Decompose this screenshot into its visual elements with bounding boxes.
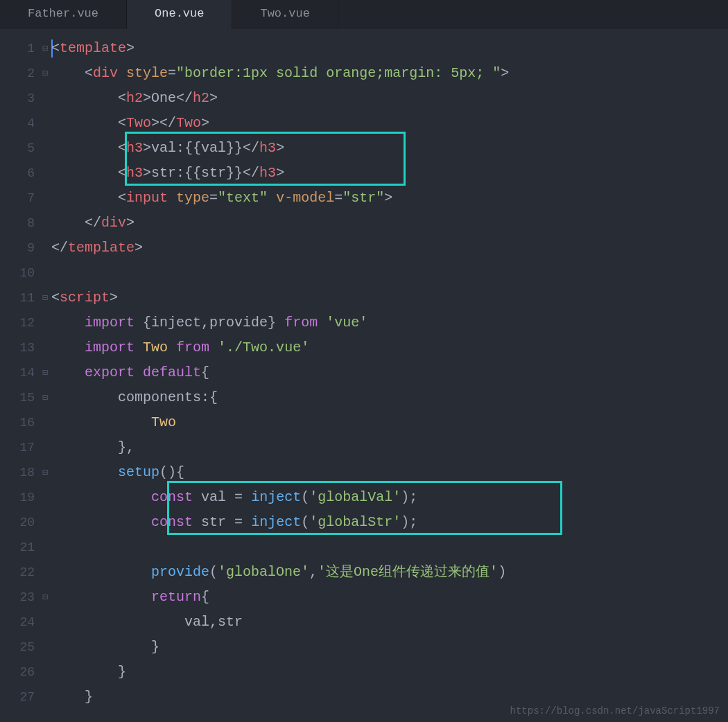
code-line: setup(){: [51, 460, 728, 485]
code-line: }: [51, 660, 728, 685]
code-line: Two: [51, 410, 728, 435]
code-line: const str = inject('globalStr');: [51, 510, 728, 535]
watermark-text: https://blog.csdn.net/javaScript1997: [510, 705, 720, 716]
code-area[interactable]: <template> <div style="border:1px solid …: [51, 29, 728, 710]
tab-father[interactable]: Father.vue: [0, 0, 127, 29]
code-line: export default{: [51, 360, 728, 385]
code-line: }: [51, 635, 728, 660]
code-editor[interactable]: 1 2 3 4 5 6 7 8 9 10 11 12 13 14 15 16 1…: [0, 29, 728, 710]
tab-bar: Father.vue One.vue Two.vue: [0, 0, 728, 29]
tab-two[interactable]: Two.vue: [232, 0, 338, 29]
fold-icon[interactable]: ⊟: [39, 385, 51, 410]
code-line: import {inject,provide} from 'vue': [51, 310, 728, 335]
code-line: return{: [51, 585, 728, 610]
code-line: const val = inject('globalVal');: [51, 485, 728, 510]
code-line: <input type="text" v-model="str">: [51, 186, 728, 211]
code-line: },: [51, 435, 728, 460]
code-line: <div style="border:1px solid orange;marg…: [51, 61, 728, 86]
code-line: <h2>One</h2>: [51, 86, 728, 111]
fold-gutter: ⊟ ⊟ ⊟ ⊟ ⊟ ⊟ ⊟: [39, 29, 51, 710]
code-line: <h3>val:{{val}}</h3>: [51, 136, 728, 161]
code-line: components:{: [51, 385, 728, 410]
tab-one[interactable]: One.vue: [127, 0, 232, 29]
line-number-gutter: 1 2 3 4 5 6 7 8 9 10 11 12 13 14 15 16 1…: [0, 29, 39, 710]
fold-icon[interactable]: ⊟: [39, 585, 51, 610]
code-line: <script>: [51, 285, 728, 310]
code-line: <h3>str:{{str}}</h3>: [51, 161, 728, 186]
code-line: val,str: [51, 610, 728, 635]
code-line: [51, 535, 728, 560]
code-line: </div>: [51, 211, 728, 236]
fold-icon[interactable]: ⊟: [39, 285, 51, 310]
code-line: <template>: [51, 36, 728, 61]
fold-icon[interactable]: ⊟: [39, 460, 51, 485]
code-line: [51, 261, 728, 285]
fold-icon[interactable]: ⊟: [39, 61, 51, 86]
fold-icon[interactable]: ⊟: [39, 36, 51, 61]
fold-icon[interactable]: ⊟: [39, 360, 51, 385]
code-line: <Two></Two>: [51, 111, 728, 136]
code-line: provide('globalOne','这是One组件传递过来的值'): [51, 560, 728, 585]
code-line: import Two from './Two.vue': [51, 335, 728, 360]
code-line: </template>: [51, 236, 728, 261]
